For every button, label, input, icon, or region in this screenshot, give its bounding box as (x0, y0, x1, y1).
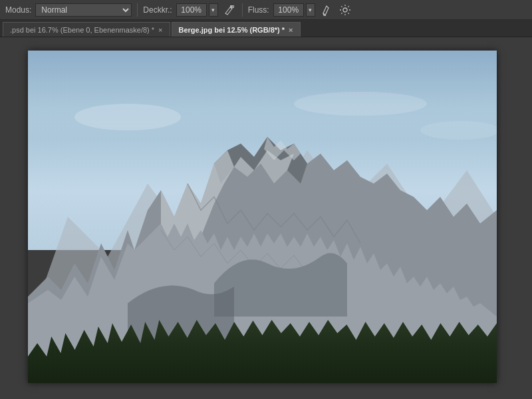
fluss-arrow[interactable]: ▾ (306, 3, 315, 17)
deckkr-arrow[interactable]: ▾ (209, 3, 218, 17)
separator-2 (242, 3, 243, 17)
canvas-area (0, 37, 532, 399)
deckkr-input[interactable] (176, 3, 207, 17)
tab-psd-label: .psd bei 16.7% (Ebene 0, Ebenenmaske/8) … (10, 26, 154, 34)
svg-point-1 (231, 5, 233, 7)
toolbar: Modus: NormalAuflösenAbdunkelnMultiplizi… (0, 0, 532, 20)
tab-berge[interactable]: Berge.jpg bei 12.5% (RGB/8*) * × (172, 22, 301, 37)
tabs-bar: .psd bei 16.7% (Ebene 0, Ebenenmaske/8) … (0, 20, 532, 37)
airbrush-icon[interactable] (222, 3, 237, 17)
tab-berge-close[interactable]: × (289, 26, 293, 34)
stylus-icon[interactable] (319, 3, 334, 17)
tab-berge-label: Berge.jpg bei 12.5% (RGB/8*) * (179, 26, 285, 34)
mountain-canvas (28, 51, 497, 383)
fluss-group: ▾ (273, 3, 315, 17)
svg-point-12 (420, 121, 497, 140)
modus-select[interactable]: NormalAuflösenAbdunkelnMultiplizierenFar… (35, 3, 132, 17)
canvas-container (28, 51, 497, 383)
separator-1 (137, 3, 138, 17)
tab-psd-close[interactable]: × (158, 26, 162, 34)
modus-label: Modus: (5, 5, 31, 15)
tab-psd[interactable]: .psd bei 16.7% (Ebene 0, Ebenenmaske/8) … (3, 22, 170, 37)
svg-point-11 (294, 92, 427, 116)
svg-point-10 (74, 104, 181, 130)
deckkr-label: Deckkr.: (143, 5, 172, 15)
svg-point-2 (343, 8, 347, 12)
deckkr-group: ▾ (176, 3, 218, 17)
fluss-input[interactable] (273, 3, 304, 17)
settings-icon[interactable] (338, 3, 352, 17)
fluss-label: Fluss: (248, 5, 269, 15)
